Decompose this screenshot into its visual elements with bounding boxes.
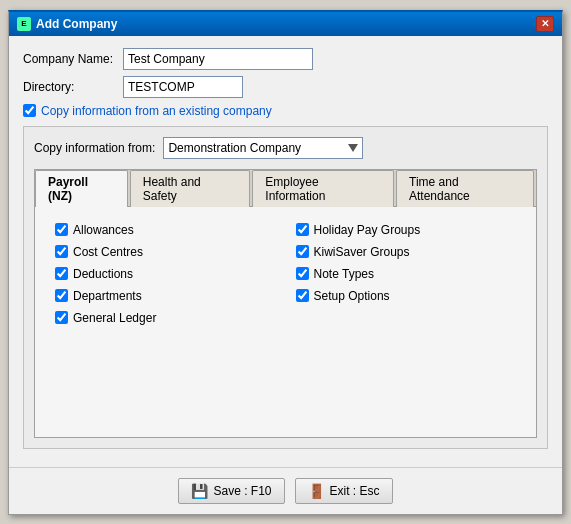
check-allowances: Allowances [55, 223, 276, 237]
app-icon: E [17, 17, 31, 31]
holiday-pay-label: Holiday Pay Groups [314, 223, 421, 237]
exit-icon: 🚪 [308, 483, 325, 499]
save-button[interactable]: 💾 Save : F10 [178, 478, 284, 504]
copy-checkbox[interactable] [23, 104, 36, 117]
checkboxes-grid: Allowances Cost Centres Deductions [55, 223, 516, 325]
company-name-row: Company Name: [23, 48, 548, 70]
note-types-checkbox[interactable] [296, 267, 309, 280]
tab-employee-info[interactable]: Employee Information [252, 170, 394, 207]
tab-content-payroll: Allowances Cost Centres Deductions [35, 207, 536, 437]
save-icon: 💾 [191, 483, 208, 499]
tab-time-attendance[interactable]: Time and Attendance [396, 170, 534, 207]
copy-from-row: Copy information from: Demonstration Com… [34, 137, 537, 159]
general-ledger-label: General Ledger [73, 311, 156, 325]
title-bar: E Add Company ✕ [9, 12, 562, 36]
title-bar-left: E Add Company [17, 17, 117, 31]
departments-label: Departments [73, 289, 142, 303]
check-departments: Departments [55, 289, 276, 303]
allowances-label: Allowances [73, 223, 134, 237]
window-title: Add Company [36, 17, 117, 31]
copy-from-select[interactable]: Demonstration Company [163, 137, 363, 159]
check-setup-options: Setup Options [296, 289, 517, 303]
window-body: Company Name: Directory: Copy informatio… [9, 36, 562, 467]
setup-options-label: Setup Options [314, 289, 390, 303]
checkbox-col2: Holiday Pay Groups KiwiSaver Groups Note… [296, 223, 517, 325]
check-general-ledger: General Ledger [55, 311, 276, 325]
tab-payroll[interactable]: Payroll (NZ) [35, 170, 128, 207]
company-name-label: Company Name: [23, 52, 123, 66]
deductions-label: Deductions [73, 267, 133, 281]
company-name-input[interactable] [123, 48, 313, 70]
check-note-types: Note Types [296, 267, 517, 281]
kiwisaver-checkbox[interactable] [296, 245, 309, 258]
tab-panel: Payroll (NZ) Health and Safety Employee … [34, 169, 537, 438]
setup-options-checkbox[interactable] [296, 289, 309, 302]
tab-health-safety[interactable]: Health and Safety [130, 170, 251, 207]
checkbox-col1: Allowances Cost Centres Deductions [55, 223, 276, 325]
kiwisaver-label: KiwiSaver Groups [314, 245, 410, 259]
holiday-pay-checkbox[interactable] [296, 223, 309, 236]
cost-centres-checkbox[interactable] [55, 245, 68, 258]
add-company-window: E Add Company ✕ Company Name: Directory:… [8, 10, 563, 515]
departments-checkbox[interactable] [55, 289, 68, 302]
check-holiday-pay: Holiday Pay Groups [296, 223, 517, 237]
directory-label: Directory: [23, 80, 123, 94]
copy-info-panel: Copy information from: Demonstration Com… [23, 126, 548, 449]
copy-checkbox-row: Copy information from an existing compan… [23, 104, 548, 118]
exit-label: Exit : Esc [330, 484, 380, 498]
cost-centres-label: Cost Centres [73, 245, 143, 259]
check-cost-centres: Cost Centres [55, 245, 276, 259]
save-label: Save : F10 [213, 484, 271, 498]
exit-button[interactable]: 🚪 Exit : Esc [295, 478, 393, 504]
note-types-label: Note Types [314, 267, 374, 281]
check-deductions: Deductions [55, 267, 276, 281]
general-ledger-checkbox[interactable] [55, 311, 68, 324]
copy-from-select-wrapper: Demonstration Company [163, 137, 363, 159]
check-kiwisaver: KiwiSaver Groups [296, 245, 517, 259]
copy-link[interactable]: Copy information from an existing compan… [41, 104, 272, 118]
allowances-checkbox[interactable] [55, 223, 68, 236]
deductions-checkbox[interactable] [55, 267, 68, 280]
tabs: Payroll (NZ) Health and Safety Employee … [35, 170, 536, 207]
directory-input[interactable] [123, 76, 243, 98]
copy-from-label: Copy information from: [34, 141, 155, 155]
close-button[interactable]: ✕ [536, 16, 554, 32]
directory-row: Directory: [23, 76, 548, 98]
footer: 💾 Save : F10 🚪 Exit : Esc [9, 467, 562, 514]
